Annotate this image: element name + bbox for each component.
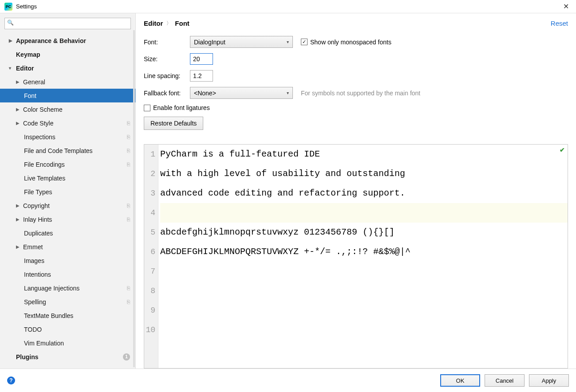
breadcrumb-leaf: Font [175,20,189,27]
ligatures-checkbox[interactable]: Enable font ligatures [144,104,210,111]
ok-button[interactable]: OK [440,374,480,387]
sidebar-item-inspections[interactable]: Inspections⎘ [0,130,135,144]
sidebar-item-label: Spelling [24,298,46,306]
chevron-right-icon: ▶ [16,107,22,112]
sidebar-item-label: Appearance & Behavior [16,37,86,44]
sidebar-item-label: Editor [16,65,34,72]
sidebar-item-label: Duplicates [24,230,53,237]
apply-button[interactable]: Apply [529,374,569,387]
sidebar-item-images[interactable]: Images [0,254,135,267]
chevron-down-icon: ▾ [9,66,15,71]
search-input[interactable] [4,18,131,29]
sidebar-item-label: Inlay Hints [23,216,52,223]
copy-icon: ⎘ [127,120,130,126]
copy-icon: ⎘ [127,285,130,291]
sidebar-item-vim[interactable]: Vim Emulation [0,336,135,350]
sidebar-item-todo[interactable]: TODO [0,322,135,336]
sidebar-item-duplicates[interactable]: Duplicates [0,226,135,240]
sidebar-item-file-code-templates[interactable]: File and Code Templates⎘ [0,144,135,157]
sidebar-item-label: File Encodings [24,161,65,168]
sidebar-item-editor[interactable]: ▾Editor [0,61,135,75]
line-spacing-label: Line spacing: [144,72,190,79]
sidebar-item-label: Intentions [24,271,51,278]
chevron-right-icon: ▶ [9,38,15,43]
size-input[interactable] [190,53,213,65]
copy-icon: ⎘ [127,134,130,140]
chevron-down-icon: ▾ [287,90,289,95]
sidebar-item-appearance[interactable]: ▶Appearance & Behavior [0,34,135,47]
chevron-right-icon: ▶ [16,244,22,249]
ligatures-label: Enable font ligatures [153,104,210,111]
sidebar-item-color-scheme[interactable]: ▶Color Scheme [0,102,135,116]
sidebar-item-intentions[interactable]: Intentions [0,267,135,281]
font-preview: 12345678910 PyCharm is a full-featured I… [144,144,568,368]
sidebar-item-keymap[interactable]: Keymap [0,47,135,61]
sidebar-item-label: Vim Emulation [24,340,64,347]
sidebar-item-label: TODO [24,326,42,333]
sidebar-item-live-templates[interactable]: Live Templates [0,171,135,185]
sidebar-item-label: Keymap [16,51,40,58]
content-pane: Editor 〉 Font Reset Font: DialogInput ▾ … [136,13,576,368]
sidebar-item-label: File and Code Templates [24,147,93,154]
sidebar-item-label: Inspections [24,133,55,141]
font-dropdown[interactable]: DialogInput ▾ [190,36,293,48]
plugins-badge: 1 [123,353,130,361]
settings-sidebar: 🔍 ▶Appearance & Behavior Keymap ▾Editor … [0,13,136,368]
chevron-right-icon: ▶ [16,121,22,125]
copy-icon: ⎘ [127,216,130,223]
sidebar-item-file-types[interactable]: File Types [0,185,135,199]
sidebar-item-language-injections[interactable]: Language Injections⎘ [0,281,135,295]
breadcrumb-root[interactable]: Editor [144,20,163,27]
sidebar-item-copyright[interactable]: ▶Copyright⎘ [0,199,135,212]
checkbox-icon: ✓ [301,39,308,45]
sidebar-item-label: Emmet [23,243,43,251]
preview-code: PyCharm is a full-featured IDEwith a hig… [158,145,568,368]
dialog-button-bar: ? OK Cancel Apply [0,368,576,392]
copy-icon: ⎘ [127,148,130,154]
sidebar-item-label: General [23,78,45,86]
close-icon[interactable]: ✕ [560,1,572,12]
copy-icon: ⎘ [127,299,130,305]
search-icon: 🔍 [7,20,14,26]
reset-link[interactable]: Reset [551,20,568,27]
gutter: 12345678910 [144,145,158,368]
window-title: Settings [16,3,37,10]
restore-defaults-button[interactable]: Restore Defaults [144,117,203,130]
fallback-hint: For symbols not supported by the main fo… [301,90,420,97]
sidebar-item-label: Color Scheme [23,106,63,113]
sidebar-item-textmate[interactable]: TextMate Bundles [0,309,135,322]
copy-icon: ⎘ [127,161,130,168]
sidebar-item-label: TextMate Bundles [24,312,73,319]
sidebar-item-inlay-hints[interactable]: ▶Inlay Hints⎘ [0,212,135,226]
sidebar-item-label: Code Style [23,120,53,127]
font-label: Font: [144,39,190,46]
line-spacing-input[interactable] [190,70,213,82]
sidebar-item-label: Font [24,92,36,99]
chevron-down-icon: ▾ [287,39,289,44]
scrollbar[interactable] [133,30,135,367]
chevron-right-icon: ▶ [16,203,22,208]
fallback-dropdown[interactable]: <None> ▾ [190,87,293,99]
font-dropdown-value: DialogInput [194,39,225,46]
help-icon[interactable]: ? [7,376,15,384]
sidebar-item-plugins[interactable]: Plugins1 [0,350,135,364]
sidebar-item-code-style[interactable]: ▶Code Style⎘ [0,116,135,130]
sidebar-item-font[interactable]: Font [0,89,135,102]
sidebar-item-general[interactable]: ▶General [0,75,135,89]
size-label: Size: [144,55,190,63]
checkbox-icon [144,105,150,111]
title-bar: PC Settings ✕ [0,0,576,13]
check-icon: ✔ [560,146,565,153]
fallback-dropdown-value: <None> [194,90,216,97]
chevron-right-icon: ▶ [16,79,22,84]
fallback-label: Fallback font: [144,90,190,97]
cancel-button[interactable]: Cancel [485,374,525,387]
sidebar-item-file-encodings[interactable]: File Encodings⎘ [0,157,135,171]
copy-icon: ⎘ [127,203,130,209]
sidebar-item-label: Language Injections [24,285,79,292]
sidebar-item-spelling[interactable]: Spelling⎘ [0,295,135,309]
sidebar-item-label: Plugins [16,353,39,361]
sidebar-item-emmet[interactable]: ▶Emmet [0,240,135,254]
chevron-right-icon: 〉 [166,20,171,27]
show-mono-checkbox[interactable]: ✓ Show only monospaced fonts [301,39,391,46]
